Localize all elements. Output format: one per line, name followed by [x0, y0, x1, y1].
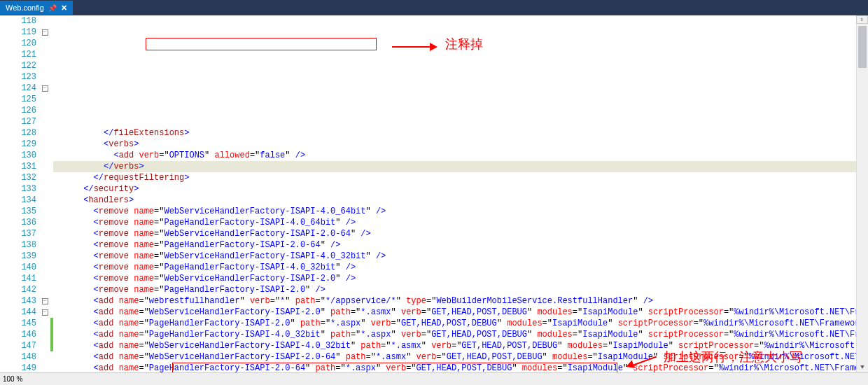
- code-line[interactable]: <add name="PageHandlerFactory-ISAPI-4.0_…: [53, 329, 868, 340]
- code-area[interactable]: 注释掉 加上这两行，注意大小写 </fileExtensions> <verbs…: [53, 15, 868, 372]
- fold-cell: [39, 329, 50, 340]
- line-number: 145: [0, 318, 36, 329]
- line-number-gutter: 1181191201211221231241251261271281291301…: [0, 15, 39, 372]
- fold-cell: [39, 60, 50, 71]
- line-number: 139: [0, 251, 36, 262]
- fold-cell: [39, 139, 50, 150]
- fold-cell: [39, 127, 50, 139]
- line-number: 140: [0, 262, 36, 273]
- line-number: 132: [0, 172, 36, 183]
- code-line[interactable]: <remove name="PageHandlerFactory-ISAPI-4…: [53, 262, 868, 273]
- fold-cell: [39, 38, 50, 49]
- fold-cell: [39, 105, 50, 116]
- tab-bar: Web.config 📌 ✕: [0, 0, 868, 15]
- line-number: 131: [0, 161, 36, 172]
- line-number: 144: [0, 307, 36, 318]
- line-number: 120: [0, 38, 36, 49]
- line-number: 123: [0, 71, 36, 83]
- code-line[interactable]: </verbs>: [53, 161, 868, 172]
- fold-cell: [39, 172, 50, 183]
- fold-cell: [39, 161, 50, 172]
- fold-column: −−−−: [39, 15, 50, 372]
- fold-cell: [39, 94, 50, 105]
- fold-cell: [39, 217, 50, 228]
- line-number: 136: [0, 217, 36, 228]
- fold-toggle-icon[interactable]: −: [42, 298, 48, 304]
- zoom-level[interactable]: 100 %: [3, 375, 22, 383]
- fold-cell: [39, 183, 50, 195]
- code-line[interactable]: <remove name="PageHandlerFactory-ISAPI-2…: [53, 239, 868, 251]
- line-number: 133: [0, 183, 36, 195]
- scrollbar-thumb[interactable]: [858, 26, 867, 68]
- line-number: 142: [0, 284, 36, 295]
- line-number: 124: [0, 83, 36, 94]
- line-number: 143: [0, 295, 36, 307]
- fold-cell: [39, 251, 50, 262]
- annotation-text-1: 注释掉: [445, 38, 483, 50]
- code-line[interactable]: </fileExtensions>: [53, 127, 868, 139]
- tab-web-config[interactable]: Web.config 📌 ✕: [0, 1, 73, 15]
- annotation-arrow-1: [392, 46, 430, 48]
- fold-cell: [39, 284, 50, 295]
- editor: 1181191201211221231241251261271281291301…: [0, 15, 868, 372]
- code-line[interactable]: <add verb="OPTIONS" allowed="false" />: [53, 150, 868, 161]
- fold-toggle-icon[interactable]: −: [42, 309, 48, 316]
- fold-cell: [39, 318, 50, 329]
- fold-cell[interactable]: −: [39, 83, 50, 94]
- close-icon[interactable]: ✕: [61, 4, 67, 13]
- line-number: 118: [0, 15, 36, 27]
- code-line[interactable]: <remove name="PageHandlerFactory-ISAPI-4…: [53, 217, 868, 228]
- code-line[interactable]: <verbs>: [53, 139, 868, 150]
- fold-cell: [39, 340, 50, 351]
- status-bar: 100 %: [0, 372, 868, 385]
- fold-cell: [39, 239, 50, 251]
- fold-cell: [39, 71, 50, 83]
- code-line[interactable]: <remove name="PageHandlerFactory-ISAPI-2…: [53, 284, 868, 295]
- fold-cell: [39, 15, 50, 27]
- fold-cell: [39, 49, 50, 60]
- scroll-down-icon[interactable]: ▼: [857, 363, 868, 372]
- line-number: 148: [0, 351, 36, 363]
- code-line[interactable]: <add name="WebServiceHandlerFactory-ISAP…: [53, 307, 868, 318]
- line-number: 141: [0, 273, 36, 284]
- fold-toggle-icon[interactable]: −: [42, 85, 48, 92]
- code-line[interactable]: <remove name="WebServiceHandlerFactory-I…: [53, 273, 868, 284]
- fold-cell[interactable]: −: [39, 295, 50, 307]
- fold-cell: [39, 262, 50, 273]
- fold-cell: [39, 363, 50, 374]
- fold-cell: [39, 150, 50, 161]
- code-line[interactable]: <remove name="WebServiceHandlerFactory-I…: [53, 228, 868, 239]
- line-number: 129: [0, 139, 36, 150]
- fold-toggle-icon[interactable]: −: [42, 29, 48, 36]
- code-line[interactable]: <add name="PageHandlerFactory-ISAPI-2.0-…: [53, 363, 868, 372]
- line-number: 119: [0, 27, 36, 38]
- annotation-arrowhead-1: [430, 43, 438, 51]
- pin-icon[interactable]: 📌: [48, 4, 57, 12]
- line-number: 128: [0, 127, 36, 139]
- line-number: 130: [0, 150, 36, 161]
- code-line[interactable]: <remove name="WebServiceHandlerFactory-I…: [53, 206, 868, 217]
- line-number: 127: [0, 116, 36, 127]
- vertical-scrollbar[interactable]: ▲ ▼: [856, 15, 868, 372]
- code-line[interactable]: </security>: [53, 183, 868, 195]
- fold-cell[interactable]: −: [39, 27, 50, 38]
- code-line[interactable]: <remove name="WebServiceHandlerFactory-I…: [53, 251, 868, 262]
- tab-title: Web.config: [6, 4, 44, 12]
- line-number: 122: [0, 60, 36, 71]
- code-line[interactable]: <add name="PageHandlerFactory-ISAPI-2.0"…: [53, 318, 868, 329]
- line-number: 146: [0, 329, 36, 340]
- split-editor-icon[interactable]: ⇕: [856, 15, 868, 24]
- fold-cell: [39, 206, 50, 217]
- fold-cell[interactable]: −: [39, 307, 50, 318]
- line-number: 135: [0, 206, 36, 217]
- fold-cell: [39, 116, 50, 127]
- code-line[interactable]: <handlers>: [53, 195, 868, 206]
- code-line[interactable]: </requestFiltering>: [53, 172, 868, 183]
- fold-cell: [39, 195, 50, 206]
- line-number: 138: [0, 239, 36, 251]
- line-number: 126: [0, 105, 36, 116]
- line-number: 134: [0, 195, 36, 206]
- code-line[interactable]: <add name="webrestfullhandler" verb="*" …: [53, 295, 868, 307]
- line-number: 125: [0, 94, 36, 105]
- fold-cell: [39, 228, 50, 239]
